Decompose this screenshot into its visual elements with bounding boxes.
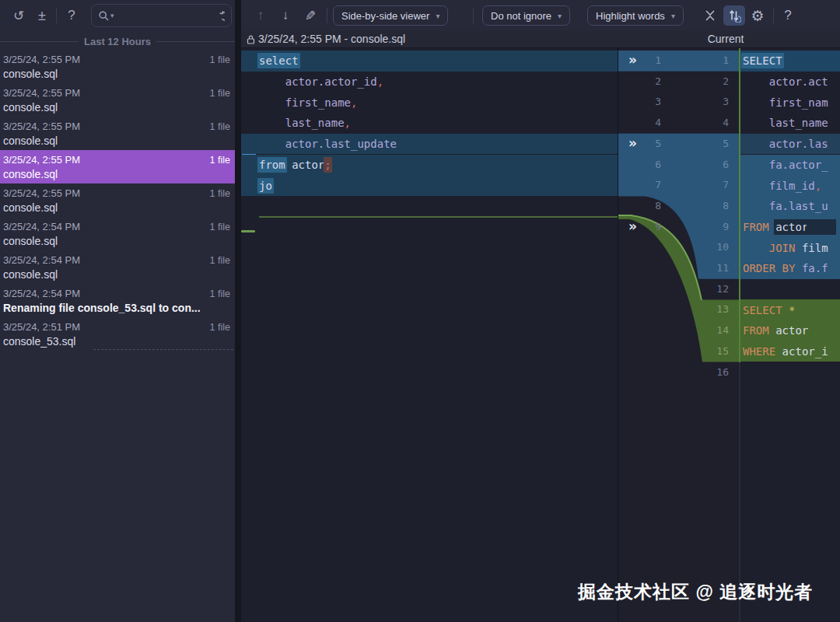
- code-token: ;: [324, 157, 331, 173]
- history-list-item[interactable]: 3/25/24, 2:55 PM1 fileconsole.sql: [0, 83, 235, 117]
- history-list-item[interactable]: 3/25/24, 2:55 PM1 fileconsole.sql: [0, 183, 235, 217]
- gear-icon[interactable]: ⚙: [748, 6, 767, 25]
- right-line-number: 15: [705, 341, 729, 362]
- diff-body: ✓ select actor.actor_id, first_name, las…: [241, 48, 840, 622]
- revert-icon[interactable]: ↺: [9, 5, 28, 26]
- show-diff-icon[interactable]: ±: [33, 5, 51, 26]
- highlight-mode-label: Highlight words: [596, 10, 665, 22]
- code-line[interactable]: SELECT: [739, 51, 840, 72]
- code-token: jo: [257, 178, 274, 194]
- apply-change-chevron-icon[interactable]: »: [628, 134, 635, 155]
- apply-change-chevron-icon[interactable]: »: [628, 51, 635, 72]
- code-token: actor.las: [769, 138, 828, 150]
- history-list-item[interactable]: 3/25/24, 2:55 PM1 fileconsole.sql: [0, 50, 235, 83]
- history-list-item[interactable]: 3/25/24, 2:55 PM1 fileconsole.sql: [0, 117, 235, 150]
- search-input[interactable]: [114, 10, 212, 22]
- local-history-window: ↺ ± ? ▾: [0, 0, 840, 622]
- code-line[interactable]: FROM actor: [739, 320, 840, 341]
- code-line[interactable]: JOIN film: [739, 237, 840, 258]
- revision-editor-pane[interactable]: ✓ select actor.actor_id, first_name, las…: [241, 48, 618, 622]
- collapse-unchanged-icon[interactable]: [702, 6, 719, 25]
- right-line-number: 2: [705, 72, 729, 93]
- toolbar-divider: [773, 8, 774, 23]
- help-icon[interactable]: ?: [779, 6, 796, 25]
- code-line[interactable]: from actor;: [241, 155, 618, 176]
- code-line[interactable]: ORDER BY fa.f: [739, 258, 840, 279]
- code-line[interactable]: SELECT *: [739, 299, 840, 320]
- sync-scroll-toggle[interactable]: [723, 5, 745, 26]
- revision-timestamp: 3/25/24, 2:55 PM: [3, 154, 80, 166]
- code-line[interactable]: first_name,: [241, 92, 618, 113]
- code-line[interactable]: actor.las: [739, 134, 840, 155]
- chevron-down-icon: ▾: [558, 12, 562, 20]
- watermark-text: 掘金技术社区 @ 追逐时光者: [578, 580, 835, 604]
- code-token: fa.f: [802, 262, 828, 274]
- chevron-down-icon: ▾: [436, 12, 439, 20]
- code-line[interactable]: actor.actor_id,: [241, 72, 618, 93]
- current-editor-pane[interactable]: SELECT actor.act first_nam last_name act…: [739, 48, 840, 622]
- insertion-marker[interactable]: [241, 230, 255, 232]
- refresh-icon[interactable]: [212, 10, 225, 22]
- code-token: [259, 138, 285, 150]
- sidebar-splitter[interactable]: [235, 0, 241, 622]
- history-list-item[interactable]: 3/25/24, 2:54 PM1 fileRenaming file cons…: [0, 284, 235, 317]
- revision-timestamp: 3/25/24, 2:54 PM: [3, 221, 80, 232]
- code-token: last_name: [769, 117, 828, 129]
- code-token: [743, 200, 769, 212]
- revision-label: console.sql: [3, 201, 230, 215]
- revision-timestamp: 3/25/24, 2:54 PM: [3, 254, 80, 266]
- ignore-policy-dropdown[interactable]: Do not ignore ▾: [482, 5, 570, 26]
- help-icon[interactable]: ?: [62, 5, 81, 26]
- code-token: actor.act: [769, 75, 828, 88]
- chevron-down-icon: ▾: [671, 12, 675, 20]
- revision-timestamp: 3/25/24, 2:55 PM: [3, 87, 80, 99]
- revision-label: console.sql: [3, 67, 230, 82]
- code-token: SELECT: [743, 304, 782, 316]
- right-line-number: 6: [705, 155, 729, 176]
- code-token: actor.last_update: [285, 138, 397, 150]
- left-line-number: 1: [642, 51, 661, 72]
- toolbar-divider: [56, 8, 57, 23]
- history-list-item[interactable]: 3/25/24, 2:55 PM1 fileconsole.sql: [0, 150, 235, 183]
- revision-file-count: 1 file: [210, 188, 230, 199]
- revision-label: console_53.sql: [3, 334, 230, 349]
- code-line[interactable]: select: [241, 51, 618, 72]
- code-line[interactable]: FROM actor: [739, 217, 840, 238]
- code-token: last_name: [285, 117, 345, 129]
- revision-file-count: 1 file: [210, 322, 230, 333]
- code-line[interactable]: first_nam: [739, 92, 840, 113]
- right-line-number: 7: [705, 175, 729, 196]
- next-difference-icon[interactable]: ↓: [277, 6, 294, 25]
- code-line[interactable]: last_name: [739, 113, 840, 134]
- right-line-number: 5: [705, 134, 729, 155]
- code-line[interactable]: WHERE actor_i: [739, 341, 840, 362]
- revision-title: 3/25/24, 2:55 PM - console.sql: [258, 33, 405, 45]
- code-token: [795, 262, 801, 274]
- apply-change-chevron-icon[interactable]: »: [628, 217, 635, 238]
- code-token: actor: [292, 159, 324, 171]
- code-line[interactable]: jo: [241, 175, 618, 196]
- code-token: first_name: [285, 96, 351, 109]
- right-line-number: 11: [705, 258, 729, 279]
- code-line[interactable]: actor.last_update: [241, 134, 618, 155]
- left-line-number: 6: [642, 155, 661, 176]
- code-line[interactable]: last_name,: [241, 113, 618, 134]
- code-token: from: [257, 157, 287, 173]
- edit-icon[interactable]: ✎: [302, 6, 319, 25]
- code-line[interactable]: film_id,: [739, 175, 840, 196]
- code-token: ,: [377, 75, 383, 88]
- code-line[interactable]: fa.actor_: [739, 155, 840, 176]
- history-list-item[interactable]: 3/25/24, 2:51 PM1 fileconsole_53.sql: [0, 317, 235, 351]
- code-token: actor: [775, 324, 808, 337]
- highlight-mode-dropdown[interactable]: Highlight words ▾: [587, 5, 684, 26]
- code-token: [743, 138, 769, 150]
- history-list-item[interactable]: 3/25/24, 2:54 PM1 fileconsole.sql: [0, 250, 235, 284]
- history-list-item[interactable]: 3/25/24, 2:54 PM1 fileconsole.sql: [0, 217, 235, 250]
- search-box[interactable]: ▾: [91, 4, 232, 27]
- previous-difference-icon[interactable]: ↑: [252, 6, 269, 25]
- code-line[interactable]: actor.act: [739, 72, 840, 93]
- right-line-number: 12: [705, 279, 729, 300]
- code-token: [743, 159, 769, 171]
- code-line[interactable]: fa.last_u: [739, 196, 840, 217]
- viewer-mode-dropdown[interactable]: Side-by-side viewer ▾: [333, 5, 448, 26]
